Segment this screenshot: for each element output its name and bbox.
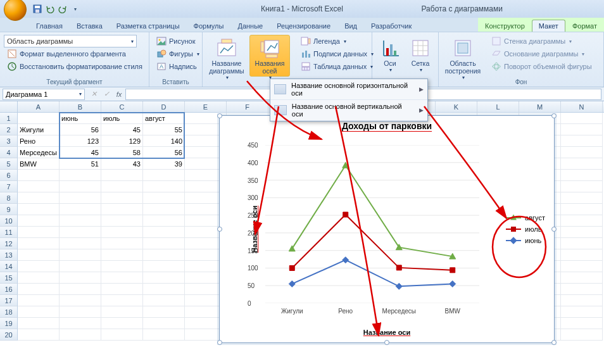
cell[interactable] [101,272,143,284]
row-header[interactable]: 4 [0,147,18,158]
cell[interactable] [143,295,185,306]
column-header[interactable]: L [477,101,519,112]
cell[interactable] [101,295,143,306]
cell[interactable]: 51 [60,158,101,170]
cell[interactable] [561,181,603,192]
row-header[interactable]: 17 [0,295,18,306]
plot-area-button[interactable]: Область построения▾ [443,35,483,77]
cell[interactable] [101,284,143,295]
cell[interactable] [18,215,60,227]
axis-titles-button[interactable]: Названия осей▾ [249,35,290,77]
gridlines-button[interactable]: Сетка▾ [406,35,434,77]
chart-legend[interactable]: августиюльиюнь [506,210,545,248]
row-header[interactable]: 6 [0,170,18,181]
cell[interactable] [101,192,143,204]
cell[interactable]: 43 [101,158,143,170]
column-header[interactable]: E [185,101,227,112]
cell[interactable] [101,249,143,261]
cell[interactable] [60,170,101,181]
cell[interactable] [561,215,603,227]
column-header[interactable]: K [436,101,477,112]
cell[interactable] [60,329,101,341]
cell[interactable]: 45 [101,124,143,135]
cell[interactable] [143,192,185,204]
cell[interactable]: 39 [143,158,185,170]
column-header[interactable]: F [227,101,268,112]
row-header[interactable]: 13 [0,249,18,261]
cell[interactable] [101,261,143,272]
data-labels-button[interactable]: Подписи данных▾ [298,47,368,60]
enter-icon[interactable]: ✓ [100,89,113,100]
legend-button[interactable]: Легенда▾ [298,35,368,47]
legend-item[interactable]: июль [506,225,545,233]
cell[interactable] [18,181,60,192]
chart-object[interactable]: Доходы от парковки Название оси Название… [219,115,555,343]
dropdown-item-v-axis[interactable]: Название основной вертикальной оси ▶ [270,100,427,121]
tab-design[interactable]: Конструктор [478,20,532,32]
plot-area[interactable] [265,145,479,303]
column-header[interactable]: M [519,101,561,112]
cell[interactable] [60,249,101,261]
cell[interactable]: 56 [143,147,185,158]
picture-button[interactable]: Рисунок [153,35,198,47]
cell[interactable] [143,329,185,341]
cell[interactable] [18,295,60,306]
cell[interactable] [561,329,603,341]
x-axis-title[interactable]: Название оси [363,329,410,336]
cell[interactable] [143,318,185,329]
save-icon[interactable] [32,3,43,15]
cell[interactable] [18,192,60,204]
cell[interactable] [101,318,143,329]
cell[interactable] [101,227,143,238]
cell[interactable]: 58 [101,147,143,158]
cell[interactable]: июль [101,113,143,124]
cell[interactable] [101,238,143,249]
chart-title[interactable]: Доходы от парковки [220,121,554,131]
row-header[interactable]: 3 [0,135,18,147]
column-header[interactable]: B [60,101,101,112]
cell[interactable] [143,249,185,261]
cell[interactable] [18,329,60,341]
row-header[interactable]: 14 [0,261,18,272]
tab-review[interactable]: Рецензирование [270,20,337,32]
tab-layout[interactable]: Макет [532,20,565,32]
name-box[interactable]: Диаграмма 1▾ [3,89,85,100]
chart-title-button[interactable]: Название диаграммы▾ [206,35,247,77]
column-header[interactable]: D [143,101,185,112]
row-header[interactable]: 18 [0,306,18,318]
row-header[interactable]: 1 [0,113,18,124]
cell[interactable] [60,306,101,318]
cell[interactable] [143,261,185,272]
cell[interactable]: 56 [60,124,101,135]
tab-data[interactable]: Данные [230,20,270,32]
cell[interactable] [143,227,185,238]
cell[interactable]: 129 [101,135,143,147]
cell[interactable] [18,284,60,295]
cell[interactable] [101,204,143,215]
cell[interactable] [101,306,143,318]
cell[interactable]: 55 [143,124,185,135]
row-header[interactable]: 19 [0,318,18,329]
cell[interactable]: Мерседесы [18,147,60,158]
cell[interactable] [18,272,60,284]
row-header[interactable]: 12 [0,238,18,249]
cell[interactable] [60,204,101,215]
cell[interactable] [561,261,603,272]
cell[interactable] [18,318,60,329]
cell[interactable] [143,238,185,249]
cell[interactable] [561,272,603,284]
row-header[interactable]: 20 [0,329,18,341]
tab-page-layout[interactable]: Разметка страницы [110,20,187,32]
cell[interactable] [60,215,101,227]
axes-button[interactable]: Оси▾ [376,35,404,77]
row-header[interactable]: 9 [0,204,18,215]
cell[interactable]: 45 [60,147,101,158]
tab-insert[interactable]: Вставка [70,20,110,32]
cell[interactable] [18,261,60,272]
cell[interactable] [101,329,143,341]
cell[interactable] [561,204,603,215]
cell[interactable] [143,306,185,318]
cell[interactable] [143,181,185,192]
cell[interactable] [60,192,101,204]
cell[interactable] [101,181,143,192]
